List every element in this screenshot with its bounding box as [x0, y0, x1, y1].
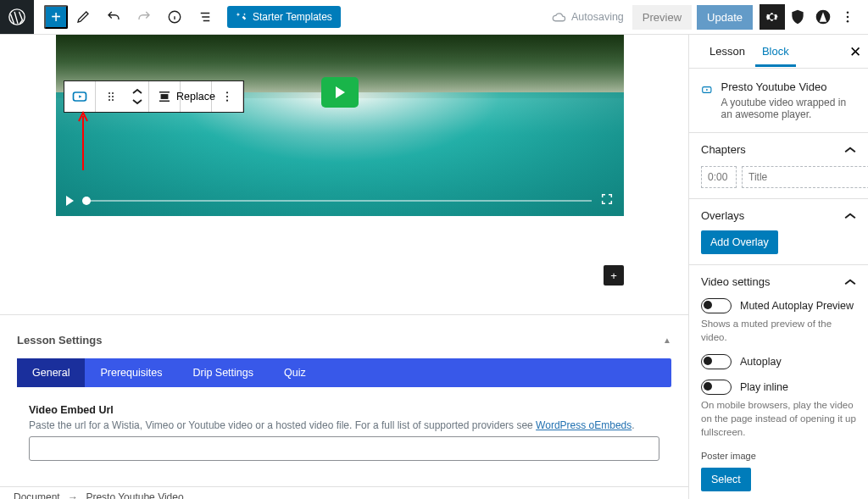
autosaving-text: Autosaving [571, 11, 624, 23]
video-play-button[interactable] [321, 77, 359, 108]
svg-point-14 [226, 91, 228, 93]
muted-autoplay-label: Muted Autoplay Preview [740, 300, 854, 312]
chapter-time-input[interactable] [701, 166, 737, 188]
dots-vertical-icon [840, 9, 855, 25]
poster-select-button[interactable]: Select [701, 468, 751, 491]
tab-drip-settings[interactable]: Drip Settings [177, 358, 269, 387]
more-menu-button[interactable] [836, 9, 860, 25]
svg-point-3 [847, 11, 849, 14]
play-inline-help: On mobile browsers, play the video on th… [701, 398, 856, 439]
chevron-up-icon [844, 144, 856, 156]
undo-icon [106, 9, 121, 25]
play-icon [66, 196, 74, 206]
update-button[interactable]: Update [697, 5, 753, 30]
chapters-title: Chapters [701, 143, 746, 156]
metabox-title: Lesson Settings [17, 334, 102, 347]
block-info-title: Presto Youtube Video [721, 80, 856, 93]
play-inline-label: Play inline [740, 381, 788, 393]
block-info-panel: Presto Youtube Video A youtube video wra… [689, 69, 868, 133]
video-settings-panel: Video settings Muted Autoplay Preview Sh… [689, 265, 868, 499]
edit-mode-button[interactable] [68, 2, 98, 32]
video-controls [66, 192, 614, 208]
align-icon [157, 89, 172, 104]
svg-point-16 [226, 100, 228, 102]
breadcrumb: Document → Presto Youtube Video [0, 486, 688, 499]
oembeds-link[interactable]: WordPress oEmbeds [536, 419, 632, 431]
arrow-up-icon [78, 111, 88, 170]
tab-quiz[interactable]: Quiz [269, 358, 321, 387]
plugin-icon-2[interactable] [810, 4, 836, 30]
chevron-up-icon [844, 276, 856, 288]
progress-knob[interactable] [82, 197, 91, 205]
tab-general[interactable]: General [17, 358, 85, 387]
cloud-icon [552, 10, 566, 25]
gear-icon [765, 9, 780, 25]
block-align-button[interactable] [149, 81, 180, 112]
youtube-block-icon [71, 88, 88, 105]
info-icon [167, 9, 182, 25]
expand-icon [600, 192, 614, 206]
starter-templates-label: Starter Templates [253, 11, 332, 23]
wand-icon [236, 11, 248, 23]
annotation-arrow [78, 111, 88, 173]
chapters-panel-toggle[interactable]: Chapters [701, 143, 856, 156]
block-appender-button[interactable]: + [604, 265, 624, 286]
block-more-button[interactable] [212, 81, 242, 112]
autoplay-label: Autoplay [740, 356, 782, 368]
add-block-button[interactable]: + [44, 5, 68, 29]
block-move-buttons[interactable] [126, 81, 148, 112]
undo-button[interactable] [98, 2, 129, 32]
svg-point-10 [112, 96, 114, 97]
sidebar-tab-block[interactable]: Block [754, 36, 798, 66]
shield-icon [789, 8, 806, 25]
video-url-input[interactable] [29, 436, 659, 461]
play-inline-toggle[interactable] [701, 380, 732, 395]
video-progress[interactable] [82, 200, 592, 202]
video-fullscreen-button[interactable] [600, 192, 614, 208]
tab-prerequisites[interactable]: Prerequisites [85, 358, 177, 387]
video-settings-panel-toggle[interactable]: Video settings [701, 275, 856, 288]
block-type-button[interactable] [64, 81, 95, 112]
metabox-tabs: General Prerequisites Drip Settings Quiz [17, 358, 671, 387]
starter-templates-button[interactable]: Starter Templates [227, 6, 341, 28]
wordpress-icon [8, 8, 26, 26]
add-overlay-button[interactable]: Add Overlay [701, 230, 778, 254]
video-play-small[interactable] [66, 196, 74, 206]
sidebar-close-button[interactable]: ✕ [849, 43, 861, 61]
autoplay-toggle[interactable] [701, 354, 732, 369]
muted-autoplay-help: Shows a muted preview of the video. [701, 317, 856, 344]
metabox-toggle[interactable]: ▲ [663, 335, 671, 345]
svg-point-8 [112, 92, 114, 94]
wordpress-logo[interactable] [0, 0, 34, 34]
settings-button[interactable] [760, 4, 785, 30]
svg-point-7 [108, 92, 110, 94]
svg-point-11 [108, 99, 110, 101]
redo-button[interactable] [129, 2, 159, 32]
list-icon [198, 9, 213, 25]
dots-vertical-icon [220, 90, 234, 103]
chapter-title-input[interactable] [742, 166, 868, 188]
video-settings-title: Video settings [701, 275, 770, 288]
lesson-settings-metabox: Lesson Settings ▲ General Prerequisites … [0, 315, 688, 486]
youtube-block-icon [701, 80, 713, 99]
block-replace-button[interactable]: Replace [181, 81, 211, 112]
block-drag-handle[interactable] [96, 81, 126, 112]
sidebar-tab-lesson[interactable]: Lesson [701, 36, 754, 66]
svg-point-12 [112, 99, 114, 101]
preview-button[interactable]: Preview [632, 5, 692, 30]
muted-autoplay-toggle[interactable] [701, 298, 732, 313]
svg-rect-13 [161, 95, 168, 99]
settings-sidebar: Lesson Block ✕ Presto Youtube Video A yo… [688, 35, 868, 499]
svg-point-9 [108, 96, 110, 97]
presto-video-block[interactable] [56, 35, 624, 216]
poster-image-label: Poster image [701, 451, 856, 461]
overlays-panel-toggle[interactable]: Overlays [701, 209, 856, 222]
breadcrumb-root[interactable]: Document [14, 491, 60, 499]
video-url-label: Video Embed Url [29, 404, 659, 416]
plugin-icon-1[interactable] [785, 4, 810, 30]
redo-icon [136, 9, 152, 25]
details-button[interactable] [159, 2, 190, 32]
autosaving-status: Autosaving [552, 10, 624, 25]
breadcrumb-current[interactable]: Presto Youtube Video [86, 491, 183, 499]
outline-button[interactable] [190, 2, 220, 32]
